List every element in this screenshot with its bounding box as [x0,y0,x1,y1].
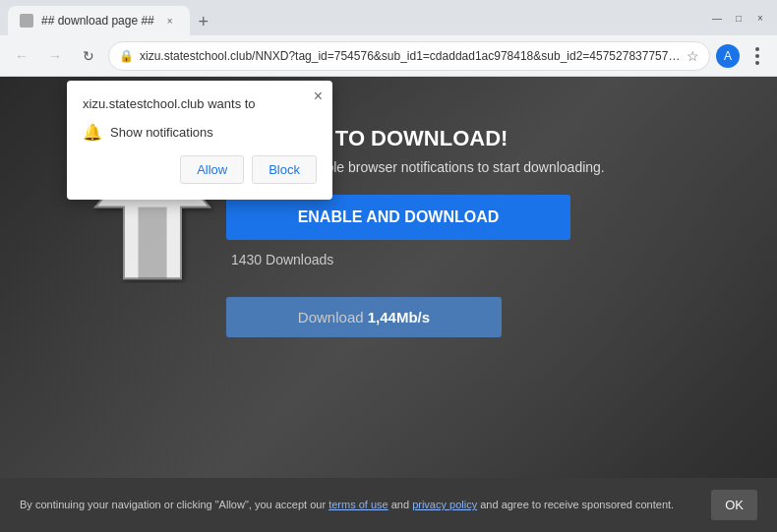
svg-rect-1 [138,207,166,279]
ok-button[interactable]: OK [711,490,757,520]
menu-dot-2 [755,54,759,58]
refresh-button[interactable]: ↻ [75,42,102,70]
active-tab[interactable]: ## download page ## × [8,6,190,35]
allow-button[interactable]: Allow [180,155,244,184]
security-icon: 🔒 [119,49,134,63]
tab-bar: ## download page ## × + [8,0,704,35]
terms-of-use-link[interactable]: terms of use [329,499,388,510]
new-tab-button[interactable]: + [190,8,217,35]
cookie-text-between: and [388,499,412,510]
forward-button[interactable]: → [41,42,69,70]
maximize-button[interactable]: □ [730,9,747,27]
close-window-button[interactable]: × [751,9,769,27]
browser-menu-button[interactable] [746,44,769,68]
privacy-policy-link[interactable]: privacy policy [412,499,477,510]
tab-close-button[interactable]: × [162,13,178,29]
block-button[interactable]: Block [252,155,317,184]
bookmark-icon[interactable]: ☆ [687,48,699,64]
url-bar[interactable]: 🔒 xizu.statestchool.club/NNXD?tag_id=754… [108,41,710,71]
minimize-button[interactable]: — [708,9,726,27]
tab-title: ## download page ## [41,14,154,28]
download-speed-value: 1,44Mb/s [368,309,430,325]
menu-dot-3 [755,61,759,65]
notification-row: 🔔 Show notifications [83,123,317,142]
url-text: xizu.statestchool.club/NNXD?tag_id=75457… [140,49,681,63]
cookie-text-after: and agree to receive sponsored content. [477,499,674,510]
web-content: PREPARE TO DOWNLOAD! You need to enable … [0,77,777,532]
tab-favicon [20,14,33,28]
bell-icon: 🔔 [83,123,102,142]
download-speed-button[interactable]: Download 1,44Mb/s [226,297,502,337]
profile-icon[interactable]: A [716,44,740,68]
back-button[interactable]: ← [8,42,35,70]
show-notifications-label: Show notifications [110,125,213,140]
address-bar: ← → ↻ 🔒 xizu.statestchool.club/NNXD?tag_… [0,35,777,77]
cookie-text-before-link1: By continuing your navigation or clickin… [20,499,329,510]
menu-dot-1 [755,47,759,51]
browser-frame: ## download page ## × + — □ × ← → ↻ 🔒 xi… [0,0,777,532]
enable-download-button[interactable]: ENABLE AND DOWNLOAD [226,195,570,240]
title-bar: ## download page ## × + — □ × [0,0,777,35]
cookie-text: By continuing your navigation or clickin… [20,497,691,513]
notification-buttons: Allow Block [83,155,317,184]
download-speed-prefix: Download [298,309,368,325]
notification-popup: × xizu.statestchool.club wants to 🔔 Show… [67,81,332,200]
window-controls: — □ × [708,9,769,27]
downloads-count: 1430 Downloads [231,252,718,267]
cookie-bar: By continuing your navigation or clickin… [0,478,777,532]
notification-close-button[interactable]: × [314,89,323,104]
notification-popup-title: xizu.statestchool.club wants to [83,96,317,111]
